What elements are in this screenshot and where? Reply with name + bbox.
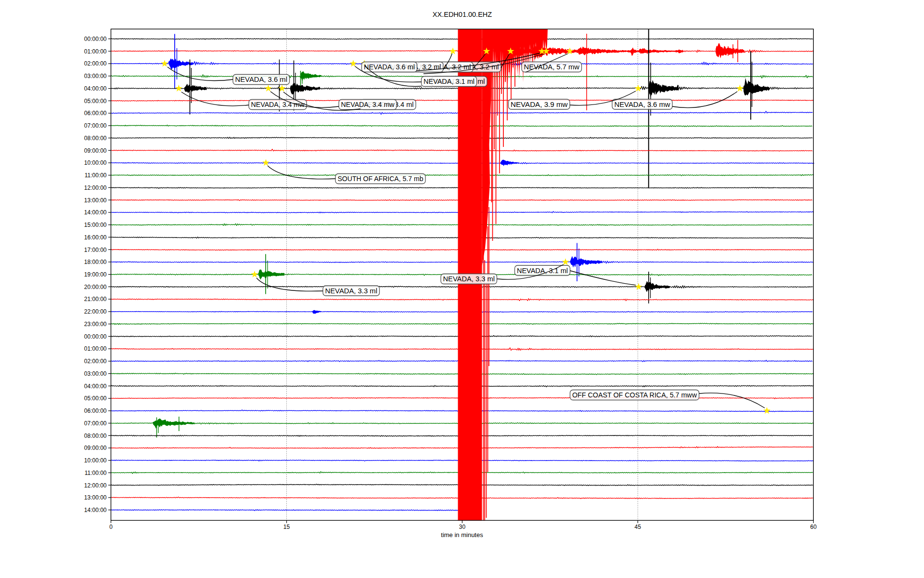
svg-text:06:00:00: 06:00:00 [84,407,107,414]
svg-text:09:00:00: 09:00:00 [84,445,107,451]
svg-text:09:00:00: 09:00:00 [84,147,107,154]
svg-text:NEVADA, 5.7 mw: NEVADA, 5.7 mw [524,63,580,71]
svg-text:0: 0 [109,524,113,530]
svg-text:10:00:00: 10:00:00 [84,457,107,464]
svg-text:06:00:00: 06:00:00 [84,110,107,117]
svg-text:time in minutes: time in minutes [441,531,483,539]
svg-text:05:00:00: 05:00:00 [84,98,107,105]
svg-text:07:00:00: 07:00:00 [84,420,107,427]
svg-text:11:00:00: 11:00:00 [85,172,107,179]
svg-text:03:00:00: 03:00:00 [84,370,107,377]
svg-text:22:00:00: 22:00:00 [84,308,107,315]
svg-text:12:00:00: 12:00:00 [84,184,107,191]
svg-text:11:00:00: 11:00:00 [85,470,107,476]
svg-text:60: 60 [810,524,817,530]
svg-text:08:00:00: 08:00:00 [84,135,107,142]
svg-text:SOUTH OF AFRICA, 5.7 mb: SOUTH OF AFRICA, 5.7 mb [338,174,424,183]
svg-text:15: 15 [283,524,290,530]
svg-text:18:00:00: 18:00:00 [84,259,107,265]
svg-text:03:00:00: 03:00:00 [84,73,107,79]
svg-text:21:00:00: 21:00:00 [84,296,107,302]
svg-text:14:00:00: 14:00:00 [84,507,107,513]
svg-text:45: 45 [635,524,642,530]
svg-text:30: 30 [459,524,466,530]
svg-text:00:00:00: 00:00:00 [84,333,107,340]
svg-text:NEVADA, 3.1 ml: NEVADA, 3.1 ml [424,77,475,85]
svg-text:14:00:00: 14:00:00 [84,209,107,216]
svg-text:NEVADA, 3.6 ml: NEVADA, 3.6 ml [235,75,288,83]
svg-text:OFF COAST OF COSTA RICA, 5.7 m: OFF COAST OF COSTA RICA, 5.7 mww [572,391,697,399]
svg-text:13:00:00: 13:00:00 [84,197,107,204]
svg-text:NEVADA, 3.1 ml: NEVADA, 3.1 ml [517,266,568,275]
svg-text:19:00:00: 19:00:00 [84,271,107,278]
svg-text:01:00:00: 01:00:00 [84,345,107,352]
svg-text:00:00:00: 00:00:00 [84,36,107,42]
svg-text:01:00:00: 01:00:00 [84,48,107,55]
svg-text:NEVADA, 3.9 mw: NEVADA, 3.9 mw [511,100,568,108]
svg-text:NEVADA, 3.6 ml: NEVADA, 3.6 ml [364,63,415,71]
svg-text:04:00:00: 04:00:00 [84,85,107,92]
svg-text:XX.EDH01.00.EHZ: XX.EDH01.00.EHZ [433,11,492,18]
svg-text:04:00:00: 04:00:00 [84,383,107,390]
svg-text:16:00:00: 16:00:00 [84,234,107,241]
svg-text:NEVADA, 3.3 ml: NEVADA, 3.3 ml [325,287,378,295]
svg-text:05:00:00: 05:00:00 [84,395,107,402]
svg-text:12:00:00: 12:00:00 [84,482,107,489]
svg-text:02:00:00: 02:00:00 [84,358,107,365]
svg-text:07:00:00: 07:00:00 [84,122,107,129]
svg-text:13:00:00: 13:00:00 [84,494,107,501]
svg-text:15:00:00: 15:00:00 [84,222,107,228]
svg-text:20:00:00: 20:00:00 [84,284,107,290]
svg-text:17:00:00: 17:00:00 [84,247,107,253]
svg-text:10:00:00: 10:00:00 [84,159,107,166]
svg-text:23:00:00: 23:00:00 [84,321,107,328]
svg-text:08:00:00: 08:00:00 [84,433,107,439]
svg-text:02:00:00: 02:00:00 [84,60,107,67]
svg-text:NEVADA, 3.4 mw: NEVADA, 3.4 mw [341,100,395,108]
svg-text:NEVADA, 3.6 mw: NEVADA, 3.6 mw [615,100,670,108]
svg-text:NEVADA, 3.3 ml: NEVADA, 3.3 ml [443,275,495,283]
